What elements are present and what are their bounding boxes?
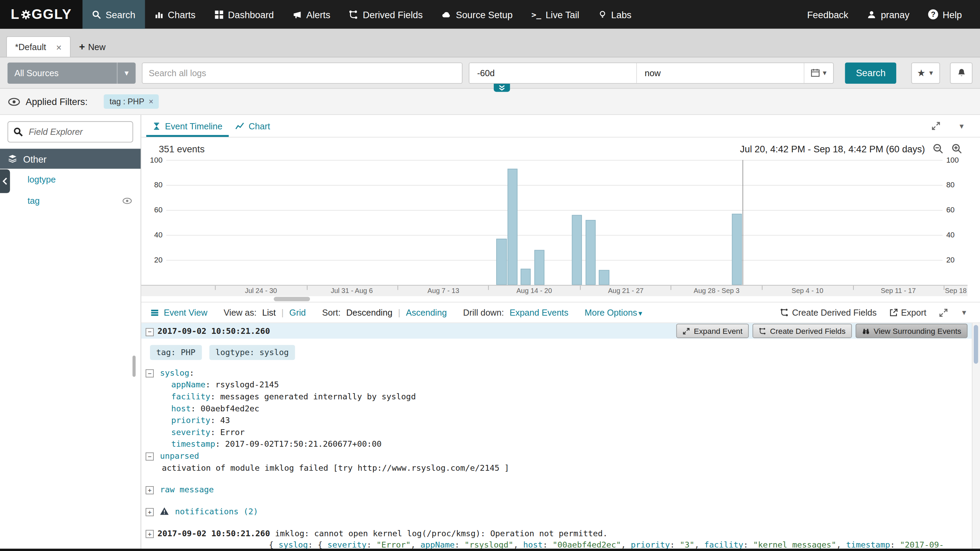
event-collapsed[interactable]: + 2017-09-02 10:50:21.260 imklog: cannot… — [142, 525, 973, 551]
timeline-summary-row: 351 events Jul 20, 4:42 PM - Sep 18, 4:4… — [142, 138, 980, 160]
expand-events-link[interactable]: Expand Events — [509, 307, 569, 318]
close-icon[interactable]: × — [56, 41, 62, 52]
expand-toggle[interactable]: + — [145, 508, 154, 516]
sidebar-field-tag[interactable]: tag — [0, 190, 141, 211]
event-body: tag: PHP logtype: syslog − syslog: appNa… — [142, 339, 973, 525]
help-icon: ? — [928, 9, 938, 19]
view-as-label: View as: — [224, 307, 257, 318]
alerts-bell-button[interactable] — [950, 62, 973, 83]
view-as-list[interactable]: List — [262, 307, 276, 318]
collapse-toggle[interactable]: − — [145, 328, 154, 336]
json-token: facility — [704, 540, 743, 549]
timeline-bar[interactable] — [496, 239, 506, 285]
expand-toggle[interactable]: + — [145, 530, 154, 538]
scrollbar-thumb[interactable] — [974, 325, 978, 364]
collapse-toggle[interactable]: − — [145, 453, 154, 461]
axis-band-label: Aug 14 - 20 — [516, 287, 552, 294]
expand-panel-icon[interactable] — [939, 308, 948, 317]
sidebar-field-logtype[interactable]: logtype — [0, 169, 141, 190]
tab-chart[interactable]: Chart — [229, 115, 276, 137]
chevron-down-icon[interactable]: ▼ — [961, 309, 968, 316]
user-menu[interactable]: pranay — [858, 0, 919, 29]
axis-tick — [488, 286, 489, 290]
event-header-row[interactable]: − 2017-09-02 10:50:21.260 Expand Event C… — [142, 323, 973, 339]
timeline-plot: 2020404060608080100100 — [166, 160, 943, 285]
json-token: : — [455, 540, 465, 549]
expand-event-button[interactable]: Expand Event — [676, 324, 749, 338]
expand-toggle[interactable]: + — [145, 486, 154, 494]
nav-item-labs[interactable]: Labs — [589, 0, 641, 29]
nav-item-alerts[interactable]: Alerts — [283, 0, 340, 29]
export-action[interactable]: Export — [889, 307, 926, 318]
nav-item-dashboard[interactable]: Dashboard — [205, 0, 283, 29]
json-token: severity — [327, 540, 366, 549]
nav-item-source-setup[interactable]: Source Setup — [432, 0, 522, 29]
help-menu[interactable]: ? Help — [919, 0, 971, 29]
timeline-bar[interactable] — [586, 220, 596, 285]
new-tab-button[interactable]: + New — [70, 37, 114, 57]
chevron-down-icon[interactable]: ▼ — [958, 122, 965, 130]
view-surrounding-events-button[interactable]: View Surrounding Events — [856, 324, 967, 338]
expand-search-options-toggle[interactable] — [494, 84, 510, 92]
filters-eye-icon — [8, 97, 20, 106]
zoom-in-icon[interactable] — [951, 143, 963, 154]
nav-item-charts[interactable]: Charts — [145, 0, 205, 29]
axis-tick — [215, 286, 216, 290]
event-view-title[interactable]: Event View — [150, 307, 207, 318]
node-label: raw message — [160, 484, 214, 496]
timeline-bar[interactable] — [520, 268, 530, 285]
search-button[interactable]: Search — [845, 62, 896, 83]
sort-label: Sort: — [322, 307, 341, 318]
collapse-toggle[interactable]: − — [145, 369, 154, 377]
y-axis-label: 100 — [144, 156, 163, 165]
time-to-input[interactable] — [636, 63, 804, 83]
timeline-bar[interactable] — [535, 250, 544, 285]
zoom-out-icon[interactable] — [933, 143, 944, 154]
timeline-bar[interactable] — [572, 215, 582, 285]
feedback-link[interactable]: Feedback — [798, 0, 858, 29]
event-list-scrollbar[interactable] — [972, 323, 980, 551]
filter-chip-tag-php[interactable]: tag : PHP × — [104, 94, 159, 109]
timeline-bar[interactable] — [732, 214, 742, 285]
field-explorer-search[interactable] — [8, 121, 133, 142]
expand-panel-icon[interactable] — [931, 121, 940, 130]
dashboard-icon — [214, 10, 223, 19]
field-explorer-input[interactable] — [27, 126, 124, 138]
timeline-bar[interactable] — [599, 270, 609, 285]
remove-filter-icon[interactable]: × — [149, 97, 153, 106]
content-panel: Event Timeline Chart ▼ 351 events Jul 20… — [142, 115, 980, 551]
list-view-icon — [150, 308, 159, 317]
create-derived-fields-button[interactable]: Create Derived Fields — [752, 324, 852, 338]
axis-band-label: Jul 31 - Aug 6 — [331, 287, 373, 294]
raw-message-node: + raw message — [142, 484, 973, 496]
sort-descending[interactable]: Descending — [346, 307, 393, 318]
nav-item-live-tail[interactable]: >_ Live Tail — [522, 0, 589, 29]
view-as-grid[interactable]: Grid — [289, 307, 306, 318]
event-view-toolbar: Event View View as: List | Grid Sort: De… — [142, 302, 980, 322]
field-value: messages generated internally by syslogd — [220, 392, 416, 401]
search-input[interactable] — [142, 62, 463, 83]
calendar-picker-button[interactable]: ▼ — [804, 63, 834, 83]
saved-searches-button[interactable]: ★ ▼ — [912, 62, 940, 83]
more-options-dropdown[interactable]: More Options▼ — [585, 307, 643, 318]
sort-ascending[interactable]: Ascending — [406, 307, 447, 318]
nav-item-derived-fields[interactable]: Derived Fields — [340, 0, 432, 29]
timeline-bar[interactable] — [508, 169, 517, 285]
create-derived-fields-action[interactable]: Create Derived Fields — [780, 307, 877, 318]
sidebar-resize-handle[interactable] — [132, 356, 135, 377]
event-tag-chip[interactable]: tag: PHP — [150, 345, 201, 360]
workspace-tabbar: *Default × + New — [0, 29, 980, 58]
time-from-input[interactable] — [470, 63, 636, 83]
eye-icon[interactable] — [123, 197, 132, 204]
loggly-logo[interactable]: L GGLY — [0, 0, 82, 29]
gridline — [166, 235, 943, 236]
tab-default[interactable]: *Default × — [6, 37, 70, 57]
json-token: appName — [420, 540, 455, 549]
all-sources-dropdown[interactable]: All Sources ▼ — [8, 62, 135, 83]
sidebar-collapse-chevron[interactable] — [0, 170, 10, 193]
tab-event-timeline[interactable]: Event Timeline — [146, 115, 229, 137]
nav-item-search[interactable]: Search — [82, 0, 145, 29]
field-group-other[interactable]: Other — [0, 149, 141, 169]
timeline-hscroll-thumb[interactable] — [274, 297, 310, 301]
event-logtype-chip[interactable]: logtype: syslog — [209, 345, 295, 360]
